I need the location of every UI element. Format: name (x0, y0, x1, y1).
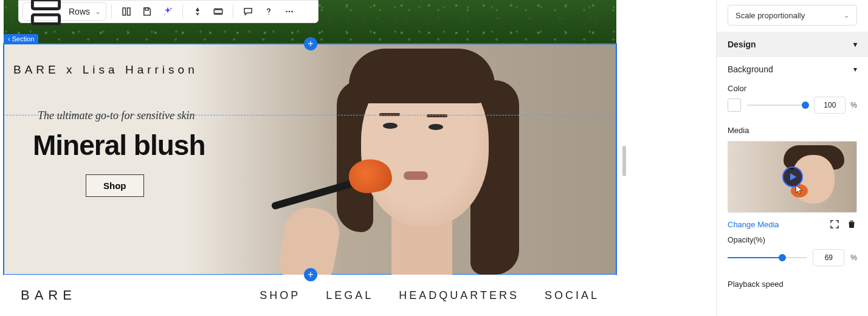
svg-rect-4 (145, 8, 148, 10)
delete-media-button[interactable] (846, 219, 857, 230)
editor-canvas: Rows ⌄ ‹ Section (0, 0, 716, 316)
stretch-icon (213, 6, 224, 17)
nav-item-legal[interactable]: LEGAL (326, 289, 373, 302)
svg-rect-3 (128, 8, 131, 15)
opacity-label: Opacity(%) (728, 236, 857, 244)
playback-speed-label: Playback speed (717, 271, 868, 292)
svg-point-9 (286, 11, 288, 13)
hero-cta-button[interactable]: Shop (86, 174, 144, 197)
chevron-down-icon: ⌄ (844, 12, 849, 19)
chevron-down-icon: ⌄ (95, 7, 101, 16)
svg-point-8 (268, 14, 269, 15)
expand-media-button[interactable] (829, 219, 840, 230)
scale-mode-select[interactable]: Scale proportionally ⌄ (728, 5, 857, 26)
svg-rect-1 (32, 15, 59, 24)
layout-mode-select[interactable]: Rows ⌄ (22, 2, 106, 21)
crop-button[interactable] (208, 2, 228, 21)
svg-rect-0 (32, 0, 59, 9)
caret-down-icon: ▾ (853, 65, 857, 74)
help-icon (263, 6, 274, 17)
percent-unit: % (850, 253, 857, 262)
add-section-below-button[interactable]: + (304, 268, 317, 281)
design-panel: Scale proportionally ⌄ Design ▾ Backgrou… (716, 0, 868, 316)
expand-icon (829, 219, 840, 230)
comment-button[interactable] (238, 2, 258, 21)
more-button[interactable] (280, 2, 299, 21)
color-swatch[interactable] (728, 98, 741, 112)
section-tag[interactable]: ‹ Section (4, 34, 38, 44)
section-tag-label: Section (12, 35, 35, 43)
color-control: 100 % (717, 97, 868, 120)
scale-mode-label: Scale proportionally (735, 11, 805, 20)
svg-point-6 (164, 15, 165, 16)
toolbar-divider (182, 4, 183, 19)
trash-icon (846, 219, 857, 230)
percent-unit: % (850, 101, 857, 109)
hero-media (264, 44, 580, 275)
cursor-icon (795, 184, 804, 195)
svg-rect-7 (214, 10, 222, 13)
background-row[interactable]: Background ▾ (717, 57, 868, 78)
svg-point-5 (170, 8, 171, 9)
layout-mode-label: Rows (69, 7, 90, 16)
change-media-link[interactable]: Change Media (728, 220, 779, 229)
svg-point-10 (289, 11, 291, 13)
design-header-label: Design (728, 40, 756, 49)
color-opacity-slider[interactable] (747, 99, 809, 111)
floating-toolbar: Rows ⌄ (18, 0, 319, 23)
svg-point-11 (291, 11, 293, 13)
save-button[interactable] (137, 2, 157, 21)
hero-title[interactable]: Mineral blush (33, 129, 205, 162)
toolbar-divider (111, 4, 112, 19)
help-button[interactable] (259, 2, 278, 21)
hero-brand-text[interactable]: BARE x Lisa Harrison (13, 63, 198, 77)
nav-item-headquarters[interactable]: HEADQUARTERS (399, 289, 519, 302)
nav-item-social[interactable]: SOCIAL (545, 289, 599, 302)
media-label: Media (717, 120, 868, 139)
toolbar-divider (233, 4, 233, 19)
color-label: Color (717, 78, 868, 97)
opacity-slider[interactable] (728, 252, 807, 264)
canvas-scrollbar[interactable] (622, 146, 626, 176)
rows-icon (28, 0, 64, 30)
save-icon (142, 6, 153, 17)
media-thumbnail[interactable] (728, 141, 857, 213)
opacity-value[interactable]: 69 (813, 249, 844, 266)
svg-rect-2 (123, 8, 126, 15)
hero-tagline[interactable]: The ultimate go-to for sensitive skin (38, 109, 195, 122)
layout-columns-button[interactable] (117, 2, 136, 21)
nav-item-shop[interactable]: SHOP (260, 289, 300, 302)
caret-down-icon: ▾ (853, 40, 857, 49)
media-actions: Change Media (717, 218, 868, 236)
more-icon (284, 6, 295, 17)
design-section-header[interactable]: Design ▾ (717, 32, 868, 57)
background-label: Background (728, 64, 773, 74)
nav-items: SHOP LEGAL HEADQUARTERS SOCIAL (260, 289, 599, 302)
chevron-left-icon: ‹ (8, 35, 10, 43)
animation-button[interactable] (188, 2, 207, 21)
opacity-control: Opacity(%) 69 % (717, 236, 868, 271)
columns-icon (121, 6, 132, 17)
site-logo[interactable]: BARE (21, 287, 77, 303)
ai-assist-button[interactable] (158, 2, 177, 21)
hero-section[interactable]: BARE x Lisa Harrison The ultimate go-to … (4, 44, 616, 275)
color-opacity-value[interactable]: 100 (814, 97, 846, 114)
sparkle-icon (162, 6, 173, 17)
comment-icon (243, 6, 253, 17)
motion-icon (192, 6, 203, 17)
add-section-above-button[interactable]: + (304, 37, 317, 50)
